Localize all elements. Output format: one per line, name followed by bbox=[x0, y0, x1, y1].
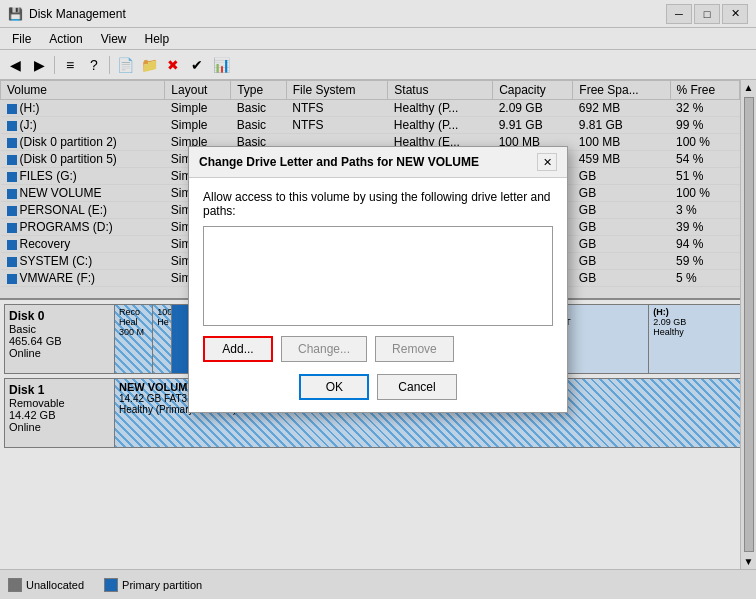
modal-description: Allow access to this volume by using the… bbox=[203, 190, 553, 218]
modal-change-drive: Change Drive Letter and Paths for NEW VO… bbox=[188, 146, 568, 413]
modal-ok-cancel-row: OK Cancel bbox=[203, 374, 553, 400]
modal-close-button[interactable]: ✕ bbox=[537, 153, 557, 171]
modal-overlay: Change Drive Letter and Paths for NEW VO… bbox=[0, 0, 756, 599]
modal-action-buttons: Add... Change... Remove bbox=[203, 336, 553, 362]
modal-title: Change Drive Letter and Paths for NEW VO… bbox=[199, 155, 479, 169]
modal-change-button[interactable]: Change... bbox=[281, 336, 367, 362]
modal-body: Allow access to this volume by using the… bbox=[189, 178, 567, 412]
modal-cancel-button[interactable]: Cancel bbox=[377, 374, 456, 400]
modal-listbox[interactable] bbox=[203, 226, 553, 326]
modal-title-bar: Change Drive Letter and Paths for NEW VO… bbox=[189, 147, 567, 178]
modal-add-button[interactable]: Add... bbox=[203, 336, 273, 362]
modal-ok-button[interactable]: OK bbox=[299, 374, 369, 400]
modal-remove-button[interactable]: Remove bbox=[375, 336, 454, 362]
